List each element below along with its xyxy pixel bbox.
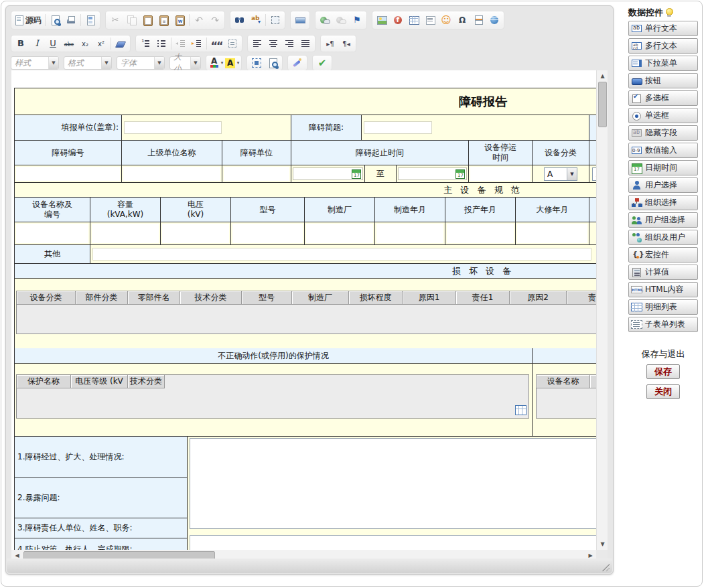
paste-text-button[interactable] [155,12,171,28]
control-calc-value[interactable]: 计算值 [628,265,698,280]
fault-no-input[interactable] [16,167,120,181]
document-canvas[interactable]: 障碍报告 填报单位(盖章): 障碍简题: 填报日期: 障碍编号 上级单位名称 障… [11,70,596,550]
source-button[interactable]: 源码 [13,12,44,28]
align-center-button[interactable] [265,35,281,52]
control-single-line-text[interactable]: 单行文本 [628,21,698,36]
brief-title-input[interactable] [364,121,432,134]
format-select[interactable]: 格式▼ [64,56,112,70]
end-date-input[interactable] [398,167,467,180]
dir-ltr-button[interactable] [322,35,338,52]
spec-value-input[interactable] [447,224,514,243]
blockquote-button[interactable] [208,35,224,52]
control-user-select[interactable]: 用户选择 [628,177,698,193]
bulleted-list-button[interactable] [153,35,169,52]
scroll-down-arrow[interactable]: ▼ [597,538,608,550]
spec-value-input[interactable] [16,224,88,243]
outage-time-input[interactable] [470,167,531,181]
smiley-button[interactable] [438,12,454,28]
control-org-and-user[interactable]: 组织及用户 [628,230,698,245]
control-radio[interactable]: 单选框 [628,108,698,123]
numbered-list-button[interactable] [137,35,153,52]
size-select[interactable]: 大小▼ [169,56,201,70]
special-char-button[interactable] [454,12,470,28]
maximize-button[interactable] [249,55,265,71]
device-class-select[interactable]: A▼ [544,167,577,181]
scroll-up-arrow[interactable]: ▲ [597,70,608,82]
div-container-button[interactable] [224,35,240,52]
control-number-input[interactable]: 数值输入 [628,143,698,158]
device-name-grid[interactable]: 设备名称 [536,374,596,419]
find-button[interactable] [232,12,248,28]
text-color-button[interactable]: ▾ [208,55,224,71]
flash-button[interactable] [390,12,406,28]
show-blocks-button[interactable] [265,55,281,71]
undo-button[interactable] [191,12,207,28]
remove-format-button[interactable] [113,35,129,52]
superscript-button[interactable] [93,35,109,52]
spec-value-input[interactable] [517,224,587,243]
control-org-select[interactable]: 组织选择 [628,195,698,210]
close-button[interactable]: 关闭 [646,384,680,399]
control-macro[interactable]: 宏控件 [628,247,698,263]
table-button[interactable] [406,12,422,28]
other-input[interactable] [92,248,591,261]
preview-button[interactable] [47,12,63,28]
vertical-scroll-thumb[interactable] [598,82,607,127]
protection-grid[interactable]: 保护名称 电压等级 (kV 技术分类 [16,374,529,419]
page-break-button[interactable] [470,12,486,28]
iframe-button[interactable] [486,12,502,28]
control-multi-line-text[interactable]: 多行文本 [628,38,698,54]
redo-button[interactable] [207,12,223,28]
control-dropdown-menu[interactable]: 下拉菜单 [628,56,698,71]
underline-button[interactable] [45,35,61,52]
italic-button[interactable] [29,35,45,52]
control-hidden-field[interactable]: 隐藏字段 [628,125,698,141]
style-select[interactable]: 样式▼ [11,56,59,70]
cut-button[interactable] [107,12,123,28]
align-left-button[interactable] [249,35,265,52]
outdent-button[interactable] [173,35,189,52]
vertical-scrollbar[interactable]: ▲ ▼ [596,70,608,550]
link-button[interactable] [317,12,333,28]
spec-value-input[interactable] [376,224,443,243]
save-button[interactable]: 保存 [646,364,680,379]
fill-unit-input[interactable] [124,121,222,134]
spec-value-input[interactable] [92,224,159,243]
spec-value-input[interactable] [232,224,303,243]
select-all-button[interactable] [267,12,283,28]
fault-unit-input[interactable] [224,167,289,181]
control-datetime[interactable]: 日期时间 [628,160,698,175]
unlink-button[interactable] [333,12,349,28]
strikethrough-button[interactable] [61,35,77,52]
control-checkbox[interactable]: 多选框 [628,90,698,106]
font-select[interactable]: 字体▼ [117,56,165,70]
control-button[interactable]: 按钮 [628,73,698,88]
control-subform-list[interactable]: 子表单列表 [628,317,698,332]
image-button[interactable] [374,12,390,28]
validate-button[interactable] [314,55,330,71]
paste-button[interactable] [139,12,155,28]
control-html-content[interactable]: HTML内容 [628,282,698,297]
calendar-icon[interactable] [352,169,361,179]
text-block-button[interactable] [422,12,438,28]
indent-button[interactable] [189,35,205,52]
replace-button[interactable] [248,12,264,28]
notes-textarea-2[interactable] [190,535,596,550]
horizontal-rule-button[interactable] [292,12,308,28]
background-color-button[interactable]: ▾ [224,55,240,71]
notes-textarea[interactable] [190,438,596,529]
dir-rtl-button[interactable] [338,35,354,52]
wizard-button[interactable] [289,55,305,71]
bold-button[interactable] [13,35,29,52]
spec-value-input[interactable] [162,224,229,243]
spec-value-input[interactable] [306,224,373,243]
control-detail-list[interactable]: 明细列表 [628,299,698,315]
templates-button[interactable] [82,12,98,28]
paste-word-button[interactable] [171,12,188,28]
copy-button[interactable] [123,12,139,28]
resize-grip[interactable] [601,563,610,571]
calendar-icon[interactable] [455,169,465,179]
print-button[interactable] [63,12,79,28]
align-right-button[interactable] [281,35,297,52]
start-date-input[interactable] [293,167,363,180]
